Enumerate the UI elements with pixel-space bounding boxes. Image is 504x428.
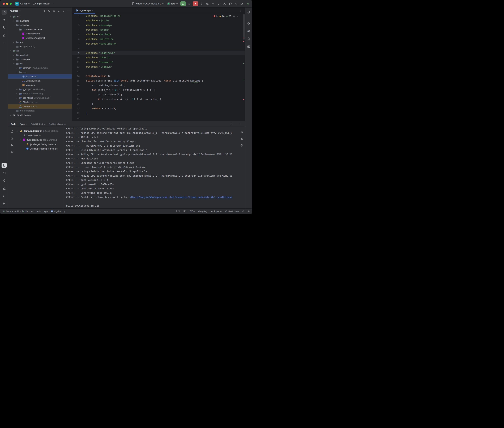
tree-item-manifests[interactable]: ▸manifests (8, 53, 72, 57)
new-file-button[interactable] (42, 9, 46, 13)
line-number[interactable]: 11 (72, 60, 81, 65)
tree-item-res[interactable]: res (generated) (8, 109, 72, 113)
line-number[interactable]: 10 (72, 55, 81, 60)
hide-panel-button[interactable] (66, 9, 70, 13)
hide-build-panel-button[interactable] (238, 122, 242, 127)
chevron-open-icon[interactable]: ▾ (10, 50, 12, 52)
tree-item-app[interactable]: ▾app (8, 14, 72, 19)
passed-count[interactable]: 15 (226, 15, 231, 17)
stop-button[interactable] (193, 1, 198, 6)
sdk-manager-button[interactable] (222, 1, 227, 6)
tree-item-lib[interactable]: ▾lib (8, 49, 72, 53)
chevron-open-icon[interactable]: ▾ (19, 139, 22, 141)
project-view-selector[interactable]: Android (10, 10, 18, 12)
tree-item-com-example-llama[interactable]: ▾com.example.llama (8, 27, 72, 32)
tree-item-common[interactable]: ▸common [AiChat.lib.main] (8, 66, 72, 70)
line-number[interactable]: 18 (72, 92, 81, 97)
line-number[interactable]: 2 (72, 18, 81, 23)
search-everywhere-button[interactable] (234, 1, 239, 6)
tree-item-manifests[interactable]: ▸manifests (8, 19, 72, 23)
line-number[interactable]: 8 (72, 46, 81, 51)
next-problem-icon[interactable] (237, 15, 239, 17)
chevron-closed-icon[interactable]: ▸ (13, 20, 15, 22)
build-options-button[interactable] (230, 122, 234, 127)
breadcrumb-item-llama-android[interactable]: llama.android (2, 210, 19, 213)
minimize-window-button[interactable] (6, 3, 8, 5)
close-tab-button[interactable]: × (44, 123, 45, 125)
line-number[interactable]: 7 (72, 41, 81, 46)
panel-options-button[interactable] (61, 9, 66, 13)
chevron-open-icon[interactable]: ▾ (13, 63, 15, 65)
clear-console-button[interactable] (239, 143, 244, 148)
pin-button[interactable] (9, 143, 14, 148)
line-number[interactable]: 23 (72, 115, 81, 120)
console-file-link[interactable]: /Users/hanyin/Workspace/ai-chat/examples… (130, 196, 232, 198)
tree-item-res[interactable]: ▸res (8, 40, 72, 44)
tree-item-ggml[interactable]: ▸ggml [AiChat.lib.main] (8, 87, 72, 91)
encoding[interactable]: UTF-8 (189, 210, 195, 213)
rerun-button[interactable] (180, 1, 186, 6)
breadcrumb-item-lib[interactable]: lib (22, 210, 28, 213)
chevron-closed-icon[interactable]: ▸ (16, 93, 18, 95)
code-editor[interactable]: 3 24 15 1#include <android/log.h>2#inclu… (72, 14, 245, 121)
line-number[interactable]: 3 (72, 23, 81, 28)
breadcrumb-item-ai-chat-cpp[interactable]: C+ai_chat.cpp (51, 210, 65, 213)
commit-tool-button[interactable] (1, 17, 7, 22)
tree-item-cpp-httplib[interactable]: ▸cpp-httplib [AiChat.lib.main] (8, 96, 72, 100)
tree-item-cpp[interactable]: ▾cpp (8, 70, 72, 74)
debug-button[interactable] (187, 1, 192, 6)
warning-count[interactable]: 24 (219, 15, 224, 17)
chevron-closed-icon[interactable]: ▸ (16, 97, 18, 99)
select-opened-file-button[interactable] (47, 9, 51, 13)
close-tab-button[interactable]: × (92, 9, 94, 12)
more-tool-windows-button[interactable] (1, 41, 7, 46)
close-window-button[interactable] (3, 3, 5, 5)
run-configuration-selector[interactable]: app (166, 2, 179, 6)
chevron-open-icon[interactable]: ▾ (13, 24, 15, 26)
emulator-tool-button[interactable] (246, 44, 251, 49)
breadcrumb-item-src[interactable]: src (31, 210, 34, 213)
device-manager-tool-button[interactable] (1, 170, 7, 176)
line-number[interactable]: 22 (72, 111, 81, 115)
build-tab-build-analyzer[interactable]: Build Analyzer× (49, 123, 66, 125)
version-control-tool-button[interactable] (1, 201, 7, 206)
error-stripe[interactable] (242, 14, 245, 121)
notifications-button[interactable] (246, 10, 251, 15)
chevron-closed-icon[interactable]: ▸ (13, 54, 15, 56)
code-with-me-button[interactable] (205, 1, 210, 6)
previous-problem-icon[interactable] (233, 15, 235, 17)
build-tab-sync[interactable]: Sync× (20, 123, 27, 125)
tree-item-kotlin-java[interactable]: ▾kotlin+java (8, 23, 72, 27)
build-tab-build-output[interactable]: Build Output× (31, 123, 46, 125)
settings-button[interactable] (240, 1, 245, 6)
running-devices-tool-button[interactable] (1, 163, 7, 168)
line-number[interactable]: 17 (72, 88, 81, 92)
chevron-closed-icon[interactable]: ▸ (13, 58, 15, 60)
pull-requests-tool-button[interactable] (1, 33, 7, 38)
line-number[interactable]: 4 (72, 28, 81, 32)
build-tool-button[interactable] (1, 178, 7, 183)
device-mirror-button[interactable] (228, 1, 233, 6)
line-ending[interactable]: LF (183, 210, 186, 213)
tree-item-messageadapter-kt[interactable]: MessageAdapter.kt (8, 36, 72, 40)
device-manager-tool-button-right[interactable] (246, 36, 251, 41)
line-number[interactable]: 19 (72, 97, 81, 102)
tree-item-logging-h[interactable]: Hlogging.h (8, 83, 72, 87)
indent-widget[interactable]: 4 spaces (211, 210, 222, 213)
filter-warnings-button[interactable] (9, 150, 14, 155)
problems-tool-button[interactable] (1, 186, 7, 191)
readonly-toggle[interactable] (242, 210, 244, 213)
build-tree-item-llama-android-fin[interactable]: ▾llama.android: fin22 sec, 583 ms (16, 129, 64, 133)
editor-tab-options-button[interactable] (238, 8, 243, 13)
line-number[interactable]: 13 (72, 69, 81, 74)
line-number[interactable]: 16 (72, 83, 81, 88)
stop-sync-button[interactable] (9, 136, 14, 141)
branch-widget[interactable]: ggml-master (32, 1, 54, 6)
scrollbar-thumb[interactable] (243, 14, 245, 40)
zoom-window-button[interactable] (10, 3, 12, 5)
chevron-closed-icon[interactable]: ▸ (10, 114, 12, 116)
collapse-all-button[interactable] (57, 9, 61, 13)
chevron-closed-icon[interactable]: ▸ (13, 41, 15, 43)
inspections-widget[interactable]: 3 24 15 (212, 15, 240, 18)
project-tool-button[interactable] (1, 10, 7, 15)
